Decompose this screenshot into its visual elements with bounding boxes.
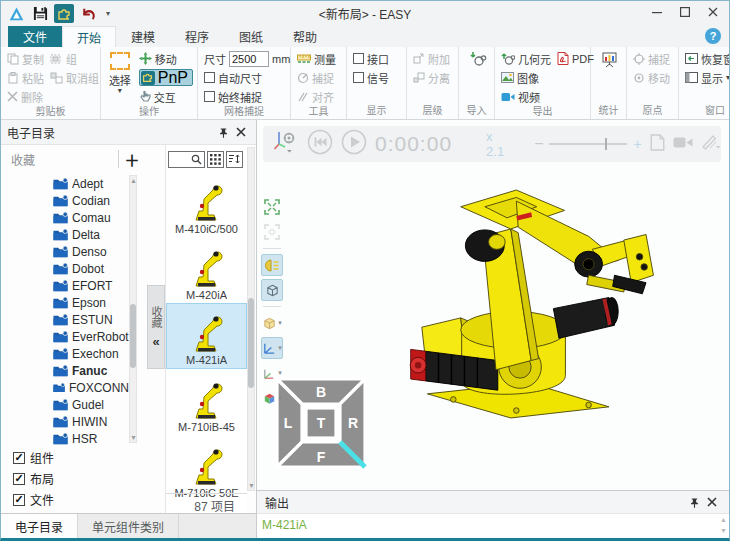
ribbon-tab[interactable]: 建模 <box>116 26 170 47</box>
pnp-quick-button[interactable] <box>54 4 74 23</box>
group-button[interactable]: 组 <box>50 50 99 67</box>
cube-label-top[interactable]: T <box>317 415 326 431</box>
cube-label-front[interactable]: F <box>317 449 326 465</box>
tab-file[interactable]: 文件 <box>8 26 62 47</box>
import-button[interactable] <box>469 50 487 68</box>
annotate-pen-icon[interactable] <box>701 134 721 154</box>
cube-label-back[interactable]: B <box>316 384 326 400</box>
slider-handle[interactable] <box>605 138 607 150</box>
catalog-tree-item[interactable]: Delta <box>1 226 129 243</box>
select-button[interactable]: 选择 ▾ <box>107 50 133 105</box>
robot-model[interactable] <box>407 178 659 434</box>
signal-checkbox[interactable]: 信号 <box>353 69 389 86</box>
component-list-item[interactable]: M-421iA <box>166 303 247 369</box>
speed-slider[interactable]: − + <box>534 135 642 153</box>
minus-icon[interactable]: − <box>534 135 543 153</box>
add-favorite-button[interactable]: ＋ <box>119 149 145 170</box>
scroll-down-icon[interactable]: ▼ <box>130 434 136 441</box>
catalog-tree-item[interactable]: Dobot <box>1 260 129 277</box>
scrollbar-thumb[interactable] <box>130 304 136 368</box>
export-geometry-button[interactable]: 几何元 <box>501 50 551 67</box>
ungroup-button[interactable]: 取消组 <box>50 69 99 86</box>
scroll-up-icon[interactable]: ▲ <box>130 177 136 184</box>
pin-icon[interactable] <box>214 123 232 141</box>
pin-icon[interactable] <box>685 493 703 511</box>
solid-view-button[interactable]: ▾ <box>261 312 283 334</box>
export-image-button[interactable]: 图像 <box>501 69 551 86</box>
headlight-toggle-button[interactable] <box>261 254 283 276</box>
component-list-item[interactable]: M-710iC 50E <box>166 435 247 501</box>
scroll-down-icon[interactable]: ▼ <box>248 482 254 489</box>
panel-tab[interactable]: 单元组件类别 <box>78 514 179 539</box>
copy-button[interactable]: 复制 <box>7 50 44 67</box>
grid-size-input[interactable] <box>229 51 269 67</box>
minimize-button[interactable] <box>643 1 671 23</box>
catalog-tree-item[interactable]: FOXCONN <box>1 379 129 396</box>
origin-snap-button[interactable]: 捕捉 <box>633 50 670 67</box>
catalog-tree-item[interactable]: Fanuc <box>1 362 129 379</box>
record-video-icon[interactable] <box>673 135 693 153</box>
origin-move-button[interactable]: 移动 <box>633 69 670 86</box>
cube-label-left[interactable]: L <box>284 415 293 431</box>
move-button[interactable]: 移动 <box>139 50 193 67</box>
close-button[interactable] <box>699 1 727 23</box>
catalog-tree-item[interactable]: Epson <box>1 294 129 311</box>
ribbon-tab[interactable]: 图纸 <box>224 26 278 47</box>
measure-button[interactable]: 测量 <box>297 50 336 67</box>
zoom-fit-selected-button[interactable] <box>261 221 283 243</box>
maximize-button[interactable] <box>671 1 699 23</box>
export-pdf-button[interactable]: PDF <box>557 50 594 67</box>
catalog-tree-item[interactable]: Exechon <box>1 345 129 362</box>
component-list-item[interactable]: M-710iB-45 <box>166 369 247 435</box>
catalog-tree-item[interactable]: EFORT <box>1 277 129 294</box>
quick-access-dropdown[interactable]: ▾ <box>106 9 110 18</box>
viewport-3d[interactable]: 0:00:00 x 2.1 − + <box>257 120 729 490</box>
detach-button[interactable]: 分离 <box>413 69 450 86</box>
filter-checkbox[interactable]: 布局 <box>13 470 54 487</box>
plus-icon[interactable]: + <box>633 136 641 152</box>
export-video-button[interactable]: 视频 <box>501 88 551 105</box>
stats-button[interactable] <box>601 50 619 68</box>
output-scrollbar[interactable]: ▲ ▼ <box>720 516 727 534</box>
show-window-button[interactable]: 显示 ▾ <box>685 69 730 86</box>
catalog-tree-item[interactable]: Codian <box>1 192 129 209</box>
catalog-tree-item[interactable]: EverRobot <box>1 328 129 345</box>
snap-button[interactable]: 捕捉 <box>297 69 336 86</box>
view-cube[interactable]: B L T R F <box>271 373 371 477</box>
delete-button[interactable]: 删除 <box>7 88 44 105</box>
search-input[interactable] <box>168 151 205 168</box>
scroll-up-icon[interactable]: ▲ <box>720 516 727 523</box>
component-list-item[interactable]: M-410iC/500 <box>166 171 247 237</box>
orientation-gizmo-icon[interactable] <box>273 130 299 158</box>
undo-button[interactable] <box>78 4 98 23</box>
catalog-tree-item[interactable]: Gudel <box>1 396 129 413</box>
collapse-favorites-tab[interactable]: 收藏 « <box>147 285 165 369</box>
catalog-tree-item[interactable]: ESTUN <box>1 311 129 328</box>
rewind-button[interactable] <box>307 129 333 159</box>
restore-window-button[interactable]: 恢复窗口 <box>685 50 730 67</box>
ribbon-tab[interactable]: 帮助 <box>278 26 332 47</box>
close-icon[interactable] <box>232 123 250 141</box>
align-button[interactable]: 对齐 <box>297 88 336 105</box>
catalog-tree-item[interactable]: HIWIN <box>1 413 129 430</box>
catalog-tree-item[interactable]: HSR <box>1 430 129 445</box>
catalog-tree-item[interactable]: Denso <box>1 243 129 260</box>
help-button[interactable]: ? <box>705 28 721 44</box>
attach-button[interactable]: 附加 <box>413 50 450 67</box>
interact-button[interactable]: 交互 <box>139 88 193 105</box>
filter-checkbox[interactable]: 组件 <box>13 449 54 466</box>
ribbon-tab[interactable]: 程序 <box>170 26 224 47</box>
auto-size-checkbox[interactable]: 自动尺寸 <box>204 69 290 86</box>
component-list-item[interactable]: M-420iA <box>166 237 247 303</box>
grid-view-button[interactable] <box>207 151 224 168</box>
tree-scrollbar[interactable]: ▲ ▼ <box>129 175 137 443</box>
scrollbar-thumb[interactable] <box>248 298 254 388</box>
catalog-tree-item[interactable]: Adept <box>1 175 129 192</box>
catalog-tree-item[interactable]: Comau <box>1 209 129 226</box>
shading-mode-button[interactable] <box>261 279 283 301</box>
always-snap-checkbox[interactable]: 始终捕捉 <box>204 88 290 105</box>
scroll-down-icon[interactable]: ▼ <box>720 527 727 534</box>
close-icon[interactable] <box>703 493 721 511</box>
export-pdf-view-icon[interactable] <box>650 134 665 155</box>
ribbon-tab[interactable]: 开始 <box>62 26 116 47</box>
